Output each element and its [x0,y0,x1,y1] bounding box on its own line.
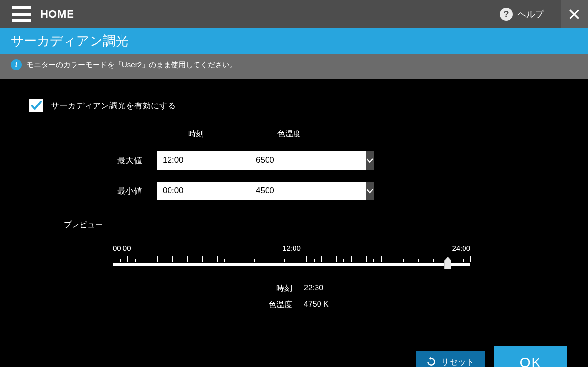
close-icon [568,8,581,21]
enable-label: サーカディアン調光を有効にする [51,100,176,111]
info-icon: i [11,59,22,70]
min-temp-dropdown-button[interactable] [366,182,374,200]
status-time-value: 22:30 [304,284,559,294]
reset-button[interactable]: リセット [416,351,485,367]
row-label-max: 最大値 [49,155,157,166]
min-time-select[interactable] [157,182,235,200]
max-temp-select[interactable] [250,151,328,170]
bottom-area: リセット OK [0,310,588,367]
topbar: HOME ? ヘルプ [0,0,588,28]
home-breadcrumb[interactable]: HOME [40,8,74,21]
status-temp-label: 色温度 [29,300,304,310]
max-time-select[interactable] [157,151,235,170]
timeline-label-start: 00:00 [113,244,131,252]
timeline-label-end: 24:00 [452,244,470,252]
timeline: 00:00 12:00 24:00 [113,239,470,266]
handle-icon [444,257,451,269]
min-temp-unit: K [328,186,348,195]
help-icon: ? [500,8,513,21]
enable-row: サーカディアン調光を有効にする [29,99,559,112]
row-label-min: 最小値 [49,185,157,197]
max-temp-input[interactable] [250,151,366,170]
page-title: サーカディアン調光 [0,28,588,54]
timeline-ticks [113,255,470,262]
help-button[interactable]: ? ヘルプ [500,8,544,21]
max-temp-unit: K [328,156,348,165]
reset-label: リセット [441,356,474,367]
timeline-track[interactable] [113,263,470,266]
min-temp-input[interactable] [250,182,366,200]
timeline-label-mid: 12:00 [282,244,301,252]
menu-button[interactable] [12,6,31,22]
ok-button[interactable]: OK [494,346,567,367]
header-panel: サーカディアン調光 i モニターのカラーモードを「User2」のまま使用してくだ… [0,28,588,79]
col-head-time: 時刻 [157,129,235,139]
col-head-temp: 色温度 [250,129,328,139]
enable-checkbox[interactable] [29,99,43,112]
min-temp-select[interactable] [250,182,328,200]
preview-status: 時刻 22:30 色温度 4750 K [29,284,559,310]
status-time-label: 時刻 [29,284,304,294]
info-text: モニターのカラーモードを「User2」のまま使用してください。 [26,60,237,70]
check-icon [30,100,42,111]
help-label: ヘルプ [517,8,544,20]
body-area: サーカディアン調光を有効にする 時刻 色温度 最大値 K 最小値 K [0,79,588,310]
timeline-handle[interactable] [444,257,451,269]
settings-grid: 時刻 色温度 最大値 K 最小値 K [49,129,559,200]
preview-label: プレビュー [64,220,559,230]
close-button[interactable] [561,0,588,28]
info-row: i モニターのカラーモードを「User2」のまま使用してください。 [0,54,588,70]
timeline-labels: 00:00 12:00 24:00 [113,244,470,252]
max-temp-dropdown-button[interactable] [366,151,374,170]
reset-icon [426,357,436,367]
chevron-down-icon [366,156,374,165]
chevron-down-icon [366,186,374,195]
status-temp-value: 4750 K [304,300,559,310]
